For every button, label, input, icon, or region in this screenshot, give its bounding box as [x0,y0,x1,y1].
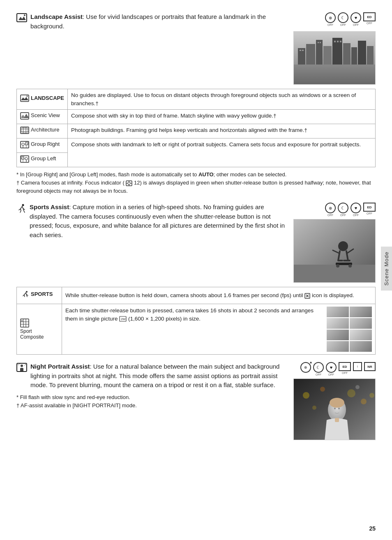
scenic-view-cell: Scenic View [17,110,68,124]
svg-rect-54 [294,265,376,283]
svg-point-76 [25,364,26,365]
sports-indicator-3: ♥ [350,203,361,213]
svg-rect-90 [335,418,339,422]
landscape-icon [16,13,27,23]
svg-text:2M: 2M [121,317,125,321]
night-indicator-6: NR [364,362,376,371]
svg-point-75 [18,365,19,365]
svg-rect-15 [300,50,301,51]
group-right-cell: Group Right [17,138,68,153]
svg-rect-33 [22,128,28,133]
table-row: SportComposite Each time shutter-release… [17,304,376,355]
landscape-footnotes: * In [Group Right] and [Group Left] mode… [16,171,376,195]
table-row: LANDSCAPE No guides are displayed. Use t… [17,89,376,110]
landscape-photo [293,31,376,85]
svg-point-87 [330,398,344,408]
svg-point-74 [19,364,20,365]
svg-rect-14 [367,46,374,65]
indicator-2: ☾ [338,12,348,23]
svg-point-89 [338,408,340,409]
svg-rect-6 [298,48,305,65]
svg-marker-23 [21,97,28,100]
svg-point-81 [347,389,355,397]
sports-table: SPORTS While shutter-release button is h… [16,287,376,355]
svg-point-57 [336,264,339,268]
sport-composite-text: Each time shutter-release button is pres… [65,307,323,352]
sports-text-block: Sports Assist: Capture motion in a serie… [16,203,287,283]
table-row: Scenic View Compose shot with sky in top… [17,110,376,124]
landscape-mode-cell: LANDSCAPE [17,89,68,110]
svg-rect-13 [358,41,366,65]
landscape-intro: Landscape Assist: Use for vivid landscap… [30,12,293,31]
svg-rect-17 [318,42,319,43]
sports-indicator-2: ☾ [338,203,348,213]
table-row: SPORTS While shutter-release button is h… [17,287,376,304]
svg-point-73 [18,364,18,365]
svg-rect-8 [316,40,323,65]
svg-point-35 [22,143,24,145]
page-number: 25 [369,525,376,532]
svg-rect-9 [323,46,332,65]
svg-rect-7 [306,44,315,65]
svg-point-24 [27,95,28,97]
sports-layout: Sports Assist: Capture motion in a serie… [16,203,376,283]
landscape-indicators: ⊕ OFF ☾ OFF ♥ OFF [293,12,376,85]
night-footnote-1: * Fill flash with slow sync and red-eye … [16,393,287,402]
scenic-view-desc: Compose shot with sky in top third of fr… [67,110,375,124]
group-desc: Compose shots with landmark to left or r… [67,138,375,167]
table-row: Architecture Photograph buildings. Frami… [17,124,376,138]
svg-point-83 [355,385,360,389]
svg-rect-16 [302,50,304,51]
sports-icon [16,203,26,216]
svg-rect-12 [351,47,357,65]
table-row: Group Right Compose shots with landmark … [17,138,376,153]
svg-rect-11 [343,43,350,65]
night-portrait-icon [16,363,27,374]
svg-point-84 [369,393,374,398]
landscape-desc: No guides are displayed. Use to focus on… [67,89,375,110]
landscape-section: Landscape Assist: Use for vivid landscap… [16,12,376,195]
svg-rect-5 [294,65,376,85]
svg-rect-20 [337,41,339,42]
composite-images [327,307,372,352]
night-indicator-3: ♥ [326,362,337,373]
night-indicator-2: ☾ [313,362,324,373]
svg-rect-18 [320,42,321,43]
landscape-footnote-2: † Camera focuses at infinity. Focus indi… [16,179,376,195]
sports-indicator-4: ED [363,203,376,212]
night-layout: Night Portrait Assist: Use for a natural… [16,362,376,440]
sports-photo [293,219,376,283]
night-right: ⊕ ★ ☾ OFF ♥ OFF ED [293,362,376,440]
svg-point-82 [361,399,367,404]
sports-section: Sports Assist: Capture motion in a serie… [16,203,376,355]
svg-rect-21 [340,41,341,42]
svg-point-77 [24,365,25,365]
sports-mode-cell: SPORTS [17,287,62,304]
sport-composite-content: Each time shutter-release button is pres… [65,307,372,352]
night-portrait-section: Night Portrait Assist: Use for a natural… [16,362,376,440]
sport-composite-cell: SportComposite [17,304,62,355]
indicator-4: ED [363,12,376,21]
sports-desc: While shutter-release button is held dow… [62,287,376,304]
architecture-desc: Photograph buildings. Framing grid helps… [67,124,375,138]
indicator-3: ♥ [350,12,361,23]
svg-point-79 [303,392,309,399]
svg-point-43 [25,157,28,160]
night-intro: Night Portrait Assist: Use for a natural… [30,362,287,390]
landscape-header: Landscape Assist: Use for vivid landscap… [16,12,376,85]
svg-point-55 [338,241,348,251]
svg-marker-1 [18,16,26,20]
svg-rect-19 [334,41,336,42]
sports-right: ⊕ OFF ☾ OFF ♥ OFF ED OFF [293,203,376,283]
svg-point-58 [348,264,352,268]
svg-point-88 [334,408,336,409]
night-indicator-1: ⊕ ★ [300,362,311,373]
svg-point-72 [21,365,23,367]
sports-indicator-1: ⊕ [325,203,336,213]
svg-point-80 [320,387,325,392]
night-indicator-4: ED [339,362,351,371]
architecture-cell: Architecture [17,124,68,138]
night-photo [293,378,376,440]
indicator-1: ⊕ [325,12,336,23]
landscape-table: LANDSCAPE No guides are displayed. Use t… [16,89,376,167]
